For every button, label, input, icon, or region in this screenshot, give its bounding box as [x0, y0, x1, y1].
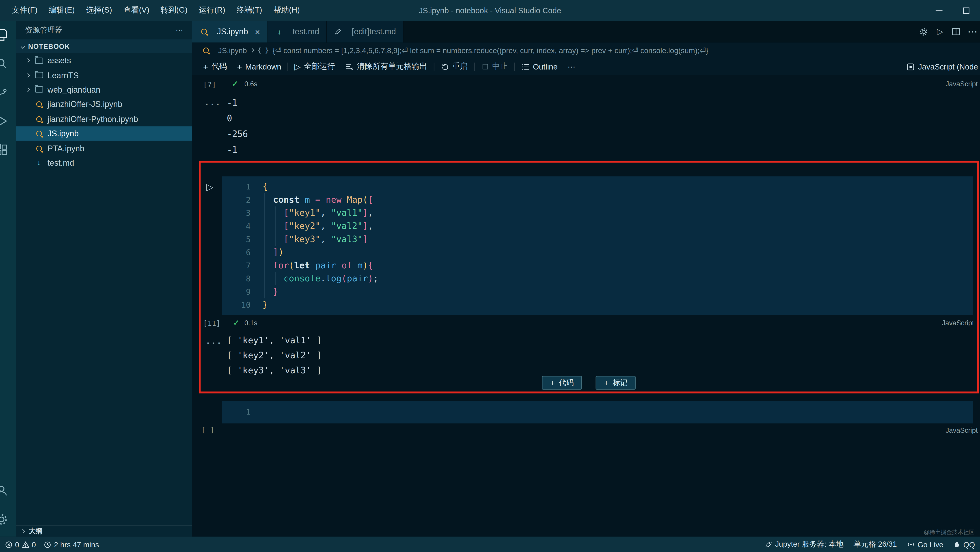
menu-item[interactable]: 选择(S) — [80, 0, 118, 21]
close-icon[interactable]: × — [255, 27, 260, 37]
restart-kernel-button[interactable]: 重启 — [435, 58, 473, 75]
activity-source-control[interactable] — [0, 78, 16, 107]
toolbar-more-button[interactable]: ⋯ — [563, 58, 581, 75]
run-all-button[interactable]: ▷ — [932, 24, 948, 39]
code-line: ["key3", "val3"] — [251, 233, 368, 246]
sidebar-item-jianzhiOffer-JS.ipynb[interactable]: jianzhiOffer-JS.ipynb — [16, 97, 192, 112]
output-line: 0 — [227, 111, 248, 126]
gear-icon — [0, 512, 9, 526]
sidebar-item-jianzhiOffer-Python.ipynb[interactable]: jianzhiOffer-Python.ipynb — [16, 112, 192, 126]
notebook-icon — [36, 116, 41, 122]
sidebar-item-PTA.ipynb[interactable]: PTA.ipynb — [16, 141, 192, 156]
add-code-cell-button[interactable]: + 代码 — [198, 58, 232, 75]
breadcrumb-cell[interactable]: {⏎ const numbers = [1,2,3,4,5,6,7,8,9];⏎… — [272, 46, 708, 55]
separator — [474, 62, 475, 71]
chevron-right-icon — [25, 58, 30, 63]
menu-item[interactable]: 运行(R) — [193, 0, 231, 21]
code-line: ]) — [251, 246, 284, 259]
cell-position-indicator[interactable]: 单元格 26/31 — [853, 539, 897, 550]
interrupt-label: 中止 — [492, 61, 508, 72]
menu-item[interactable]: 转到(G) — [155, 0, 193, 21]
clear-outputs-button[interactable]: 清除所有单元格输出 — [340, 58, 432, 75]
activity-extensions[interactable] — [0, 136, 16, 164]
sidebar-item-JS.ipynb[interactable]: JS.ipynb — [16, 126, 192, 141]
cell-language[interactable]: JavaScript — [946, 80, 978, 88]
split-editor-button[interactable] — [949, 24, 964, 39]
notebook-settings-button[interactable] — [916, 24, 931, 39]
time-tracker-label: 2 hrs 47 mins — [54, 540, 99, 549]
menu-item[interactable]: 编辑(E) — [43, 0, 80, 21]
tab-edit-test-md[interactable]: [edit]test.md — [327, 21, 404, 43]
editor-actions: ▷ ⋯ — [916, 21, 980, 43]
add-code-label: 代码 — [211, 61, 227, 72]
interrupt-kernel-button[interactable]: 中止 — [476, 58, 513, 75]
execution-time: 0.6s — [245, 80, 258, 88]
sidebar-item-test.md[interactable]: ↓test.md — [16, 156, 192, 170]
collapse-output-button[interactable]: ... — [206, 337, 222, 346]
activity-settings[interactable] — [0, 505, 16, 534]
sidebar-item-assets[interactable]: assets — [16, 53, 192, 68]
notebook-icon — [203, 48, 208, 53]
collapse-output-button[interactable]: ... — [204, 97, 221, 107]
line-number: 4 — [222, 220, 250, 233]
play-icon: ▷ — [294, 62, 301, 71]
rocket-icon — [764, 540, 773, 549]
problems-indicator[interactable]: 0 0 — [5, 540, 36, 549]
window-controls — [925, 0, 980, 21]
notebook-icon — [201, 29, 207, 34]
kernel-icon — [906, 62, 915, 71]
jupyter-server-indicator[interactable]: Jupyter 服务器: 本地 — [764, 539, 843, 550]
sidebar-item-LearnTS[interactable]: LearnTS — [16, 68, 192, 82]
activity-explorer[interactable] — [0, 21, 16, 49]
run-all-cells-button[interactable]: ▷ 全部运行 — [290, 58, 340, 75]
sidebar-item-web_qianduan[interactable]: web_qianduan — [16, 83, 192, 97]
breadcrumb[interactable]: JS.ipynb { } {⏎ const numbers = [1,2,3,4… — [192, 43, 980, 58]
add-markdown-cell-button[interactable]: + Markdown — [232, 58, 286, 75]
code-line: console.log(pair); — [251, 272, 379, 285]
broadcast-icon — [907, 540, 915, 549]
run-cell-button[interactable]: ▷ — [206, 181, 213, 193]
separator — [514, 62, 515, 71]
tab-test-md[interactable]: ↓ test.md — [267, 21, 327, 43]
edit-preview-icon — [334, 27, 344, 36]
insert-code-cell-button[interactable]: + 代码 — [542, 376, 582, 389]
cell-language[interactable]: JavaScript — [942, 319, 973, 327]
cell-language[interactable]: JavaScript — [946, 426, 978, 434]
menu-item[interactable]: 帮助(H) — [268, 0, 305, 21]
more-actions-icon[interactable]: ⋯ — [176, 26, 183, 34]
stop-icon — [481, 62, 489, 71]
section-notebook[interactable]: NOTEBOOK — [16, 40, 192, 53]
kernel-picker[interactable]: JavaScript (Node — [906, 58, 980, 75]
menu-item[interactable]: 查看(V) — [118, 0, 155, 21]
maximize-button[interactable] — [953, 0, 980, 21]
menubar: 文件(F)编辑(E)选择(S)查看(V)转到(G)运行(R)终端(T)帮助(H) — [6, 0, 305, 21]
activity-run-debug[interactable] — [0, 107, 16, 136]
tab-js-ipynb[interactable]: JS.ipynb × — [192, 21, 267, 43]
window-title: JS.ipynb - notebook - Visual Studio Code — [419, 6, 561, 15]
account-icon — [0, 483, 9, 498]
notebook-icon — [36, 102, 41, 107]
watermark: @稀土掘金技术社区 — [924, 528, 974, 536]
qq-label: QQ — [963, 540, 975, 549]
breadcrumb-file[interactable]: JS.ipynb — [218, 46, 247, 55]
code-line: } — [251, 298, 268, 312]
time-tracker[interactable]: 2 hrs 47 mins — [44, 540, 99, 549]
outline-panel-header[interactable]: 大纲 — [16, 525, 192, 536]
go-live-button[interactable]: Go Live — [907, 540, 943, 549]
minimize-button[interactable] — [925, 0, 953, 21]
empty-code-cell-editor[interactable]: 1 — [222, 401, 973, 423]
insert-markup-cell-button[interactable]: + 标记 — [595, 376, 636, 389]
activity-search[interactable] — [0, 49, 16, 78]
success-check-icon: ✓ — [232, 79, 238, 88]
editor-group: JS.ipynb × ↓ test.md [edit]test.md ▷ — [192, 21, 980, 536]
menu-item[interactable]: 文件(F) — [6, 0, 43, 21]
qq-indicator[interactable]: QQ — [953, 540, 975, 549]
outline-button[interactable]: Outline — [516, 58, 563, 75]
menu-item[interactable]: 终端(T) — [231, 0, 267, 21]
notebook-icon — [36, 145, 41, 151]
activity-account[interactable] — [0, 477, 16, 505]
line-number: 5 — [222, 233, 250, 246]
code-line: ["key1", "val1"], — [251, 206, 373, 220]
code-cell-editor[interactable]: 1{2 const m = new Map([3 ["key1", "val1"… — [222, 177, 973, 315]
more-actions-button[interactable]: ⋯ — [965, 24, 980, 39]
